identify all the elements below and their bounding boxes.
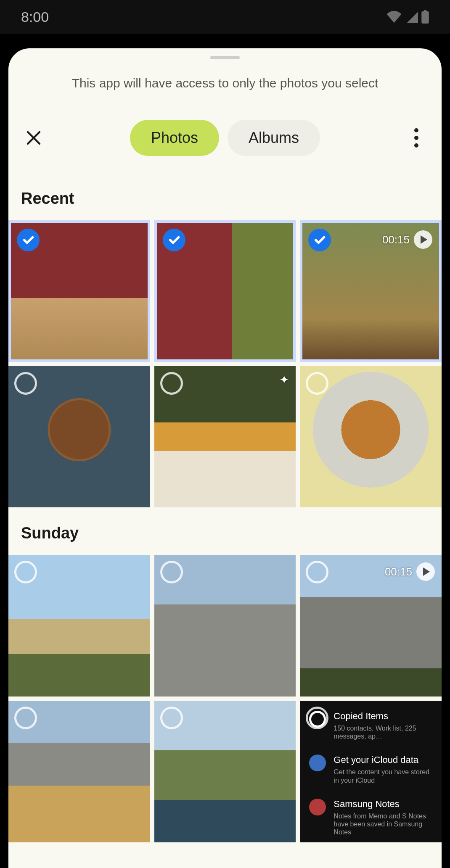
- notification-title: Samsung Notes: [334, 799, 432, 810]
- status-icons: [386, 10, 429, 24]
- notification-dot-icon: [309, 799, 326, 815]
- selection-check[interactable]: [17, 229, 40, 251]
- checkmark-icon: [313, 233, 326, 247]
- status-time: 8:00: [21, 9, 49, 25]
- grid-sunday: 00:15 Copied Items 150 contacts, Work li…: [8, 555, 442, 842]
- close-icon: [25, 129, 42, 147]
- checkmark-icon: [21, 233, 35, 247]
- sparkle-icon: ✦: [279, 373, 289, 387]
- selection-check[interactable]: [308, 229, 331, 251]
- grid-recent: 00:15 ✦: [8, 220, 442, 507]
- photo-tile[interactable]: [8, 220, 150, 362]
- tab-albums[interactable]: Albums: [228, 120, 320, 156]
- permission-text: This app will have access to only the ph…: [8, 76, 442, 90]
- video-tile[interactable]: 00:15: [300, 555, 442, 697]
- photo-tile[interactable]: [8, 555, 150, 697]
- notification-item: Get your iCloud data Get the content you…: [309, 755, 432, 784]
- photo-tile[interactable]: [300, 366, 442, 508]
- video-duration: 00:15: [382, 233, 410, 246]
- notification-subtitle: Notes from Memo and S Notes have been sa…: [334, 812, 432, 836]
- selection-check[interactable]: [160, 707, 183, 729]
- notification-dot-icon: [309, 755, 326, 771]
- section-title-recent: Recent: [8, 173, 442, 220]
- notification-title: Copied Items: [334, 711, 432, 722]
- photo-tile[interactable]: [154, 220, 296, 362]
- selection-check[interactable]: [14, 707, 37, 729]
- selection-check[interactable]: [14, 561, 37, 583]
- battery-icon: [421, 10, 429, 24]
- notification-subtitle: 150 contacts, Work list, 225 messages, a…: [334, 724, 432, 740]
- play-icon: [416, 562, 435, 581]
- tab-photos[interactable]: Photos: [130, 120, 219, 156]
- notification-title: Get your iCloud data: [334, 755, 432, 765]
- photo-picker-sheet: This app will have access to only the ph…: [8, 48, 442, 868]
- picker-header: Photos Albums: [8, 90, 442, 173]
- photo-tile[interactable]: [8, 366, 150, 508]
- checkmark-icon: [167, 233, 181, 247]
- play-icon: [414, 230, 432, 249]
- drag-handle[interactable]: [210, 56, 240, 59]
- selection-check[interactable]: [160, 561, 183, 583]
- selection-check[interactable]: [306, 707, 328, 729]
- more-button[interactable]: [404, 125, 429, 150]
- photo-tile[interactable]: Copied Items 150 contacts, Work list, 22…: [300, 701, 442, 842]
- notification-subtitle: Get the content you have stored in your …: [334, 768, 432, 784]
- selection-check[interactable]: [163, 229, 185, 251]
- cellular-icon: [405, 11, 418, 23]
- more-icon: [414, 128, 418, 132]
- photo-tile[interactable]: [154, 555, 296, 697]
- photo-tile[interactable]: [154, 701, 296, 842]
- selection-check[interactable]: [14, 372, 37, 395]
- video-tile[interactable]: 00:15: [300, 220, 442, 362]
- selection-check[interactable]: [160, 372, 183, 395]
- video-duration: 00:15: [385, 565, 412, 578]
- photo-tile[interactable]: [8, 701, 150, 842]
- section-title-sunday: Sunday: [8, 507, 442, 555]
- video-badge: 00:15: [382, 230, 432, 249]
- close-button[interactable]: [21, 125, 46, 150]
- wifi-icon: [386, 11, 402, 23]
- video-badge: 00:15: [385, 562, 435, 581]
- status-bar: 8:00: [0, 0, 450, 34]
- picker-tabs: Photos Albums: [130, 120, 320, 156]
- notification-item: Samsung Notes Notes from Memo and S Note…: [309, 799, 432, 836]
- photo-tile[interactable]: ✦: [154, 366, 296, 508]
- selection-check[interactable]: [306, 372, 328, 395]
